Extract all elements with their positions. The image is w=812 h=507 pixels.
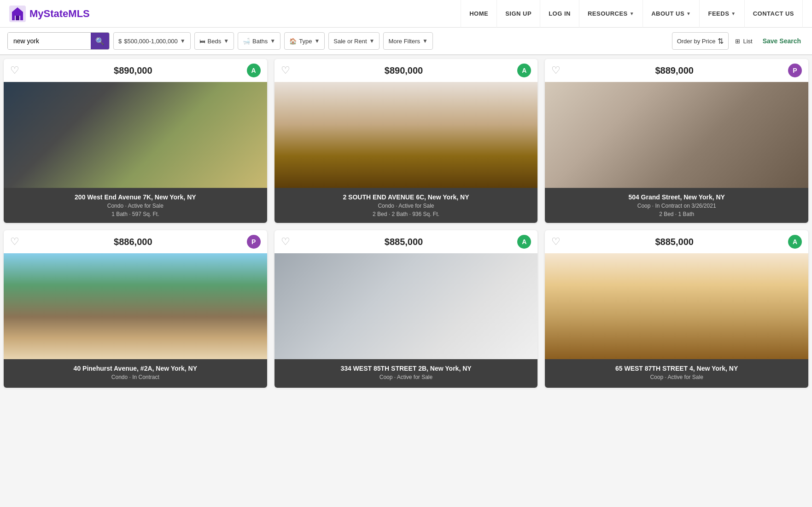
card-info: 40 Pinehurst Avenue, #2A, New York, NY C… bbox=[4, 359, 267, 388]
property-card[interactable]: ♡ $886,000 P 40 Pinehurst Avenue, #2A, N… bbox=[4, 230, 267, 388]
property-image bbox=[545, 253, 808, 359]
card-info: 504 Grand Street, New York, NY Coop · In… bbox=[545, 188, 808, 223]
property-type: Condo · Active for Sale bbox=[281, 203, 532, 209]
property-details: 2 Bed · 2 Bath · 936 Sq. Ft. bbox=[281, 211, 532, 217]
grid-icon: ⊞ bbox=[735, 38, 740, 45]
property-price: $890,000 bbox=[385, 65, 423, 76]
type-dropdown-arrow: ▼ bbox=[314, 38, 320, 44]
property-image bbox=[4, 82, 267, 188]
price-icon: $ bbox=[118, 38, 122, 45]
agent-badge: P bbox=[247, 235, 261, 249]
property-details: 1 Bath · 597 Sq. Ft. bbox=[10, 211, 261, 217]
property-price: $885,000 bbox=[385, 237, 423, 247]
property-type: Coop · Active for Sale bbox=[281, 374, 532, 380]
card-header: ♡ $890,000 A bbox=[275, 59, 538, 82]
card-header: ♡ $886,000 P bbox=[4, 230, 267, 253]
baths-dropdown-arrow: ▼ bbox=[270, 38, 275, 44]
property-image bbox=[275, 82, 538, 188]
favorite-icon[interactable]: ♡ bbox=[551, 64, 561, 76]
property-price: $885,000 bbox=[655, 237, 693, 247]
agent-badge: A bbox=[247, 64, 261, 77]
search-input[interactable] bbox=[8, 33, 91, 49]
header: MyStateMLS HOME SIGN UP LOG IN RESOURCES… bbox=[0, 0, 812, 28]
card-header: ♡ $885,000 A bbox=[275, 230, 538, 253]
property-type: Coop · In Contract on 3/26/2021 bbox=[551, 203, 802, 209]
nav-signup[interactable]: SIGN UP bbox=[497, 0, 540, 28]
logo[interactable]: MyStateMLS bbox=[9, 6, 90, 22]
type-icon: 🏠 bbox=[289, 38, 297, 45]
sale-rent-filter[interactable]: Sale or Rent ▼ bbox=[328, 32, 380, 50]
card-info: 200 West End Avenue 7K, New York, NY Con… bbox=[4, 188, 267, 223]
logo-text: MyStateMLS bbox=[29, 8, 90, 20]
search-button[interactable]: 🔍 bbox=[91, 32, 109, 50]
search-input-wrap: 🔍 bbox=[7, 32, 110, 50]
feeds-dropdown-arrow: ▼ bbox=[731, 11, 736, 16]
logo-icon bbox=[9, 6, 26, 22]
property-address: 40 Pinehurst Avenue, #2A, New York, NY bbox=[10, 365, 261, 372]
property-image bbox=[275, 253, 538, 359]
sort-icon: ⇅ bbox=[718, 37, 724, 46]
agent-badge: A bbox=[517, 235, 531, 249]
property-price: $889,000 bbox=[655, 65, 693, 76]
baths-icon: 🛁 bbox=[243, 38, 250, 45]
favorite-icon[interactable]: ♡ bbox=[551, 236, 561, 248]
agent-badge: A bbox=[788, 235, 802, 249]
property-address: 2 SOUTH END AVENUE 6C, New York, NY bbox=[281, 193, 532, 201]
search-bar: 🔍 $ $500,000-1,000,000 ▼ 🛏 Beds ▼ 🛁 Bath… bbox=[0, 28, 812, 55]
order-by-price[interactable]: Order by Price ⇅ bbox=[672, 32, 729, 50]
beds-dropdown-arrow: ▼ bbox=[223, 38, 229, 44]
card-info: 334 WEST 85TH STREET 2B, New York, NY Co… bbox=[275, 359, 538, 388]
sale-rent-dropdown-arrow: ▼ bbox=[369, 38, 375, 44]
about-dropdown-arrow: ▼ bbox=[686, 11, 691, 16]
agent-badge: A bbox=[517, 64, 531, 77]
property-type: Condo · Active for Sale bbox=[10, 203, 261, 209]
property-grid: ♡ $890,000 A 200 West End Avenue 7K, New… bbox=[0, 55, 812, 391]
property-image bbox=[545, 82, 808, 188]
favorite-icon[interactable]: ♡ bbox=[281, 64, 290, 76]
search-icon: 🔍 bbox=[95, 37, 105, 46]
property-type: Coop · Active for Sale bbox=[551, 374, 802, 380]
nav-feeds[interactable]: FEEDS ▼ bbox=[700, 0, 744, 28]
card-info: 65 WEST 87TH STREET 4, New York, NY Coop… bbox=[545, 359, 808, 388]
beds-icon: 🛏 bbox=[199, 38, 205, 45]
price-filter[interactable]: $ $500,000-1,000,000 ▼ bbox=[113, 32, 191, 50]
property-details: 2 Bed · 1 Bath bbox=[551, 211, 802, 217]
more-filters-dropdown-arrow: ▼ bbox=[422, 38, 428, 44]
card-info: 2 SOUTH END AVENUE 6C, New York, NY Cond… bbox=[275, 188, 538, 223]
card-header: ♡ $889,000 P bbox=[545, 59, 808, 82]
nav-home[interactable]: HOME bbox=[461, 0, 497, 28]
svg-rect-2 bbox=[16, 16, 19, 20]
save-search-button[interactable]: Save Search bbox=[759, 37, 805, 45]
nav-resources[interactable]: RESOURCES ▼ bbox=[579, 0, 643, 28]
property-image bbox=[4, 253, 267, 359]
favorite-icon[interactable]: ♡ bbox=[281, 236, 290, 248]
property-card[interactable]: ♡ $889,000 P 504 Grand Street, New York,… bbox=[545, 59, 808, 223]
property-address: 504 Grand Street, New York, NY bbox=[551, 193, 802, 201]
resources-dropdown-arrow: ▼ bbox=[630, 11, 634, 16]
nav-login[interactable]: LOG IN bbox=[540, 0, 579, 28]
property-card[interactable]: ♡ $885,000 A 334 WEST 85TH STREET 2B, Ne… bbox=[275, 230, 538, 388]
favorite-icon[interactable]: ♡ bbox=[10, 64, 19, 76]
property-address: 200 West End Avenue 7K, New York, NY bbox=[10, 193, 261, 201]
nav-about[interactable]: ABOUT US ▼ bbox=[643, 0, 700, 28]
nav-contact[interactable]: CONTACT US bbox=[745, 0, 803, 28]
price-dropdown-arrow: ▼ bbox=[180, 38, 186, 44]
baths-filter[interactable]: 🛁 Baths ▼ bbox=[238, 32, 280, 50]
property-card[interactable]: ♡ $890,000 A 2 SOUTH END AVENUE 6C, New … bbox=[275, 59, 538, 223]
property-price: $886,000 bbox=[114, 237, 152, 247]
property-card[interactable]: ♡ $890,000 A 200 West End Avenue 7K, New… bbox=[4, 59, 267, 223]
agent-badge: P bbox=[788, 64, 802, 77]
property-card[interactable]: ♡ $885,000 A 65 WEST 87TH STREET 4, New … bbox=[545, 230, 808, 388]
card-header: ♡ $885,000 A bbox=[545, 230, 808, 253]
more-filters[interactable]: More Filters ▼ bbox=[383, 32, 433, 50]
property-address: 65 WEST 87TH STREET 4, New York, NY bbox=[551, 365, 802, 372]
main-nav: HOME SIGN UP LOG IN RESOURCES ▼ ABOUT US… bbox=[461, 0, 803, 28]
property-price: $890,000 bbox=[114, 65, 152, 76]
view-toggle[interactable]: ⊞ List bbox=[732, 38, 755, 45]
property-address: 334 WEST 85TH STREET 2B, New York, NY bbox=[281, 365, 532, 372]
favorite-icon[interactable]: ♡ bbox=[10, 236, 19, 248]
property-type: Condo · In Contract bbox=[10, 374, 261, 380]
beds-filter[interactable]: 🛏 Beds ▼ bbox=[194, 32, 234, 50]
card-header: ♡ $890,000 A bbox=[4, 59, 267, 82]
type-filter[interactable]: 🏠 Type ▼ bbox=[284, 32, 325, 50]
